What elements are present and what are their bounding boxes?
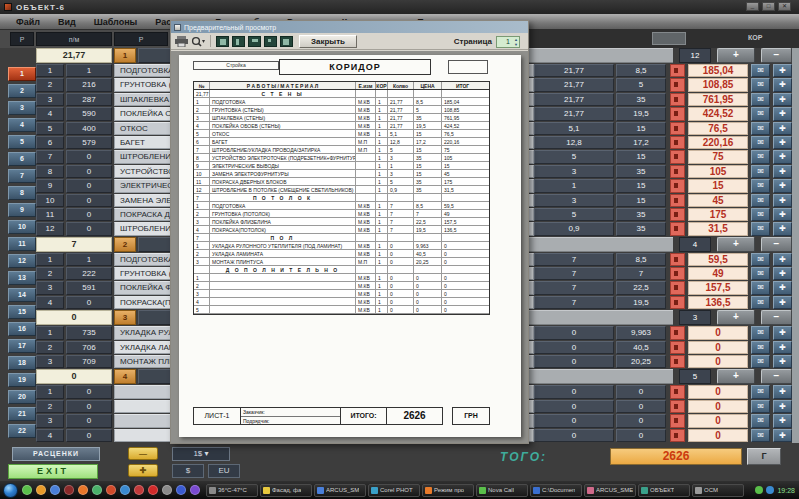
row-quantity-cell[interactable]: 21,77 xyxy=(534,64,614,77)
group-number-button[interactable]: 2 xyxy=(114,237,136,252)
page-layout-4-button[interactable] xyxy=(264,36,277,47)
row-quantity-cell[interactable]: 7 xyxy=(534,296,614,309)
group-remove-row-button[interactable]: − xyxy=(761,369,792,384)
page-layout-5-button[interactable] xyxy=(280,36,293,47)
quicklaunch-icon[interactable] xyxy=(106,485,116,495)
row-price-cell[interactable]: 0 xyxy=(616,429,666,442)
row-envelope-button[interactable]: ✉ xyxy=(751,122,770,135)
row-quantity-cell[interactable]: 0 xyxy=(534,326,614,339)
quicklaunch-icon[interactable] xyxy=(22,485,32,495)
row-quantity-cell[interactable]: 21,77 xyxy=(534,107,614,120)
row-move-button[interactable]: ✚ xyxy=(773,78,792,91)
row-envelope-button[interactable]: ✉ xyxy=(751,165,770,178)
row-price-cell[interactable]: 15 xyxy=(616,194,666,207)
quicklaunch-icon[interactable] xyxy=(36,485,46,495)
quicklaunch-icon[interactable] xyxy=(78,485,88,495)
currency-dropdown[interactable]: 1$ ▾ xyxy=(172,447,230,461)
row-quantity-cell[interactable]: 0 xyxy=(534,400,614,413)
row-move-button[interactable]: ✚ xyxy=(773,93,792,106)
row-envelope-button[interactable]: ✉ xyxy=(751,326,770,339)
euro-button[interactable]: EU xyxy=(208,464,240,478)
row-quantity-cell[interactable]: 0,9 xyxy=(534,222,614,235)
row-move-button[interactable]: ✚ xyxy=(773,150,792,163)
row-quantity-cell[interactable]: 0 xyxy=(534,355,614,368)
rates-button[interactable]: РАСЦЕНКИ xyxy=(12,447,100,461)
row-price-cell[interactable]: 7 xyxy=(616,267,666,280)
group-remove-row-button[interactable]: − xyxy=(761,237,792,252)
row-move-button[interactable]: ✚ xyxy=(773,281,792,294)
quicklaunch-icon[interactable] xyxy=(176,485,186,495)
row-envelope-button[interactable]: ✉ xyxy=(751,267,770,280)
row-price-cell[interactable]: 8,5 xyxy=(616,253,666,266)
page-layout-3-button[interactable] xyxy=(248,36,261,47)
row-move-button[interactable]: ✚ xyxy=(773,400,792,413)
group-remove-row-button[interactable]: − xyxy=(761,310,792,325)
row-envelope-button[interactable]: ✉ xyxy=(751,150,770,163)
row-move-button[interactable]: ✚ xyxy=(773,253,792,266)
row-envelope-button[interactable]: ✉ xyxy=(751,107,770,120)
collapse-button[interactable]: — xyxy=(128,447,158,460)
group-quantity-value[interactable]: 21,77 xyxy=(36,48,112,63)
row-price-cell[interactable]: 19,5 xyxy=(616,296,666,309)
row-quantity-cell[interactable]: 21,77 xyxy=(534,93,614,106)
group-number-button[interactable]: 1 xyxy=(114,48,136,63)
row-price-cell[interactable]: 5 xyxy=(616,78,666,91)
tray-network-icon[interactable] xyxy=(766,486,774,494)
taskbar-button[interactable]: C:\Documen xyxy=(530,484,582,497)
quicklaunch-icon[interactable] xyxy=(120,485,130,495)
row-envelope-button[interactable]: ✉ xyxy=(751,64,770,77)
row-quantity-cell[interactable]: 3 xyxy=(534,165,614,178)
row-price-cell[interactable]: 15 xyxy=(616,122,666,135)
zoom-dropdown-icon[interactable] xyxy=(191,36,205,47)
row-price-cell[interactable]: 15 xyxy=(616,150,666,163)
row-price-cell[interactable]: 35 xyxy=(616,208,666,221)
quicklaunch-icon[interactable] xyxy=(190,485,200,495)
row-price-cell[interactable]: 35 xyxy=(616,222,666,235)
taskbar-button[interactable]: Nova Call xyxy=(476,484,528,497)
row-move-button[interactable]: ✚ xyxy=(773,107,792,120)
row-price-cell[interactable]: 9,963 xyxy=(616,326,666,339)
row-envelope-button[interactable]: ✉ xyxy=(751,208,770,221)
row-envelope-button[interactable]: ✉ xyxy=(751,194,770,207)
row-envelope-button[interactable]: ✉ xyxy=(751,253,770,266)
row-quantity-cell[interactable]: 0 xyxy=(534,341,614,354)
row-quantity-cell[interactable]: 1 xyxy=(534,179,614,192)
quicklaunch-icon[interactable] xyxy=(148,485,158,495)
taskbar-button[interactable]: Фасад, фа xyxy=(260,484,312,497)
page-layout-2-button[interactable] xyxy=(232,36,245,47)
page-spinner[interactable]: 1▲▼ xyxy=(496,36,520,48)
row-envelope-button[interactable]: ✉ xyxy=(751,93,770,106)
row-quantity-cell[interactable]: 7 xyxy=(534,253,614,266)
group-remove-row-button[interactable]: − xyxy=(761,48,792,63)
row-quantity-cell[interactable]: 5 xyxy=(534,208,614,221)
page-layout-1-button[interactable] xyxy=(216,36,229,47)
taskbar-button[interactable]: Corel PHOT xyxy=(368,484,420,497)
taskbar-button[interactable]: ОСМ xyxy=(692,484,744,497)
row-quantity-cell[interactable]: 3 xyxy=(534,194,614,207)
row-quantity-cell[interactable]: 21,77 xyxy=(534,78,614,91)
menu-item-шаблоны[interactable]: Шаблоны xyxy=(94,17,138,27)
row-move-button[interactable]: ✚ xyxy=(773,136,792,149)
row-price-cell[interactable]: 20,25 xyxy=(616,355,666,368)
row-move-button[interactable]: ✚ xyxy=(773,165,792,178)
group-add-row-button[interactable]: + xyxy=(717,237,755,252)
group-quantity-value[interactable]: 0 xyxy=(36,310,112,325)
quicklaunch-icon[interactable] xyxy=(50,485,60,495)
row-move-button[interactable]: ✚ xyxy=(773,179,792,192)
row-quantity-cell[interactable]: 7 xyxy=(534,267,614,280)
quicklaunch-icon[interactable] xyxy=(162,485,172,495)
row-quantity-cell[interactable]: 7 xyxy=(534,281,614,294)
row-move-button[interactable]: ✚ xyxy=(773,194,792,207)
taskbar-button[interactable]: ARCUS_SME xyxy=(584,484,636,497)
quicklaunch-icon[interactable] xyxy=(92,485,102,495)
tray-status-icon[interactable] xyxy=(755,486,763,494)
row-envelope-button[interactable]: ✉ xyxy=(751,385,770,398)
row-move-button[interactable]: ✚ xyxy=(773,222,792,235)
group-quantity-value[interactable]: 0 xyxy=(36,369,112,384)
taskbar-button[interactable]: ARCUS_SM xyxy=(314,484,366,497)
row-envelope-button[interactable]: ✉ xyxy=(751,222,770,235)
scroll-strip[interactable] xyxy=(792,48,799,443)
menu-item-вид[interactable]: Вид xyxy=(58,17,76,27)
row-envelope-button[interactable]: ✉ xyxy=(751,296,770,309)
row-envelope-button[interactable]: ✉ xyxy=(751,341,770,354)
